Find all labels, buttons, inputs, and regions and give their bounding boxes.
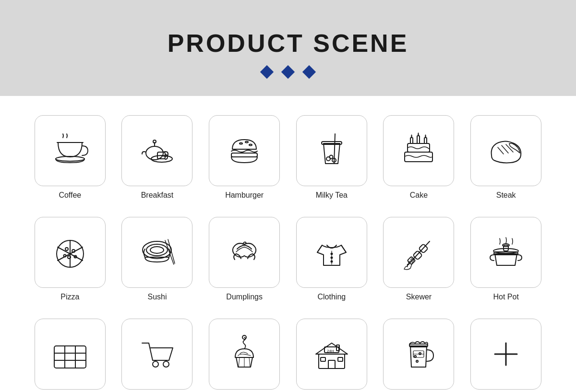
svg-rect-15 xyxy=(417,136,420,143)
beer-icon-box[interactable] xyxy=(383,319,454,390)
category-item-beer[interactable]: Beer xyxy=(378,314,460,392)
category-grid-section: Coffee Breakfast xyxy=(0,96,576,392)
milky-tea-icon xyxy=(310,129,353,172)
cake-label: Cake xyxy=(410,191,428,200)
steak-icon-box[interactable] xyxy=(470,115,541,186)
svg-point-31 xyxy=(331,253,332,255)
skewer-icon-box[interactable] xyxy=(383,217,454,288)
hot-pot-label: Hot Pot xyxy=(493,293,518,301)
supermarket-icon-box[interactable] xyxy=(121,319,192,390)
svg-rect-56 xyxy=(328,360,335,368)
dumplings-label: Dumplings xyxy=(226,293,263,301)
clothing-label: Clothing xyxy=(317,293,346,301)
diamond-icon-3 xyxy=(302,65,316,79)
svg-point-20 xyxy=(65,248,68,250)
hamburger-label: Hamburger xyxy=(225,191,264,200)
category-item-dumplings[interactable]: Dumplings xyxy=(203,212,286,309)
svg-rect-57 xyxy=(321,357,325,361)
clothing-icon xyxy=(310,231,353,274)
hamburger-icon-box[interactable] xyxy=(209,115,280,186)
dessert-icon-box[interactable] xyxy=(209,319,280,390)
fast-food-icon-box[interactable] xyxy=(35,319,106,390)
svg-point-6 xyxy=(245,142,248,143)
svg-point-26 xyxy=(146,244,168,256)
category-item-breakfast[interactable]: Breakfast xyxy=(116,110,199,207)
dumplings-icon xyxy=(223,231,266,274)
decorative-diamonds xyxy=(10,67,566,77)
page-title: PRODUCT SCENE xyxy=(10,29,566,58)
skewer-label: Skewer xyxy=(406,293,432,301)
coffee-label: Coffee xyxy=(59,191,81,200)
svg-point-7 xyxy=(249,144,252,146)
category-item-steak[interactable]: Steak xyxy=(465,110,547,207)
convenience-icon-box[interactable]: 24H xyxy=(296,319,367,390)
category-grid: Coffee Breakfast xyxy=(29,110,547,392)
coffee-icon-box[interactable] xyxy=(35,115,106,186)
category-item-sushi[interactable]: Sushi xyxy=(116,212,199,309)
svg-rect-17 xyxy=(408,143,430,152)
svg-point-13 xyxy=(329,155,333,159)
dessert-icon xyxy=(223,333,266,376)
svg-point-27 xyxy=(150,247,164,253)
sushi-label: Sushi xyxy=(147,293,167,301)
svg-rect-16 xyxy=(424,138,427,143)
hot-pot-icon xyxy=(484,231,528,274)
category-item-cake[interactable]: Cake xyxy=(378,110,460,207)
more-icon-box[interactable] xyxy=(470,319,541,390)
cake-icon-box[interactable] xyxy=(383,115,454,186)
header-section: PRODUCT SCENE xyxy=(0,0,576,96)
sushi-icon-box[interactable] xyxy=(121,217,192,288)
sushi-icon xyxy=(135,231,179,274)
category-item-coffee[interactable]: Coffee xyxy=(29,110,111,207)
coffee-icon xyxy=(48,129,92,172)
category-item-fast-food[interactable]: Fast Food xyxy=(29,314,111,392)
hamburger-icon xyxy=(223,129,266,172)
skewer-icon xyxy=(397,231,440,274)
svg-rect-58 xyxy=(338,357,343,361)
more-icon xyxy=(484,333,528,376)
milky-tea-icon-box[interactable] xyxy=(296,115,367,186)
diamond-icon-2 xyxy=(281,65,295,79)
category-item-skewer[interactable]: Skewer xyxy=(378,212,460,309)
svg-point-65 xyxy=(416,360,418,362)
category-item-convenience[interactable]: 24H Convenience xyxy=(290,314,373,392)
category-item-pizza[interactable]: Pizza xyxy=(29,212,111,309)
hot-pot-icon-box[interactable] xyxy=(470,217,541,288)
svg-point-23 xyxy=(63,255,66,257)
breakfast-icon-box[interactable] xyxy=(121,115,192,186)
steak-icon xyxy=(484,129,528,172)
svg-rect-42 xyxy=(54,346,86,368)
category-item-more[interactable]: More xyxy=(465,314,547,392)
milky-tea-label: Milky Tea xyxy=(316,191,348,200)
svg-rect-14 xyxy=(410,138,413,143)
pizza-icon-box[interactable] xyxy=(35,217,106,288)
convenience-icon: 24H xyxy=(310,333,353,376)
category-item-hamburger[interactable]: Hamburger xyxy=(203,110,286,207)
svg-point-32 xyxy=(331,257,332,259)
fast-food-icon xyxy=(48,333,92,376)
diamond-icon-1 xyxy=(260,65,274,79)
dumplings-icon-box[interactable] xyxy=(209,217,280,288)
svg-point-48 xyxy=(153,361,158,367)
pizza-label: Pizza xyxy=(60,293,79,301)
svg-rect-8 xyxy=(231,153,257,157)
beer-icon xyxy=(397,333,440,376)
svg-line-51 xyxy=(239,357,240,367)
svg-line-10 xyxy=(334,134,335,164)
svg-point-21 xyxy=(72,249,75,252)
svg-point-22 xyxy=(68,256,71,259)
breakfast-icon xyxy=(135,129,179,172)
category-item-milky-tea[interactable]: Milky Tea xyxy=(290,110,373,207)
pizza-icon xyxy=(48,231,92,274)
category-item-hot-pot[interactable]: Hot Pot xyxy=(465,212,547,309)
cake-icon xyxy=(397,129,440,172)
supermarket-icon xyxy=(135,333,179,376)
category-item-supermarket[interactable]: Supermarket xyxy=(116,314,199,392)
category-item-dessert[interactable]: Dessert xyxy=(203,314,286,392)
svg-text:24H: 24H xyxy=(327,349,334,353)
clothing-icon-box[interactable] xyxy=(296,217,367,288)
breakfast-label: Breakfast xyxy=(141,191,174,200)
svg-point-49 xyxy=(163,361,169,367)
svg-point-1 xyxy=(146,146,163,160)
category-item-clothing[interactable]: Clothing xyxy=(290,212,373,309)
